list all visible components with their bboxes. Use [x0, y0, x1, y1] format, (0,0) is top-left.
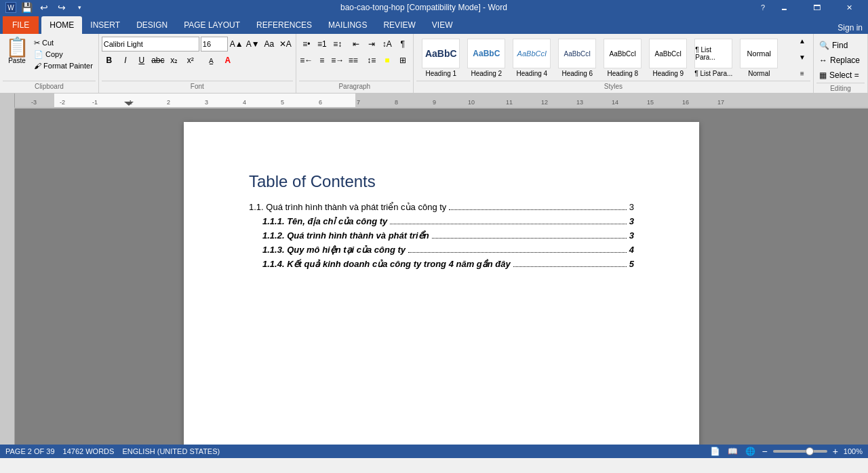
style-heading1[interactable]: AaBbC Heading 1 [419, 35, 463, 79]
font-name-input[interactable] [102, 37, 199, 52]
borders-btn[interactable]: ⊞ [395, 53, 410, 68]
select-button[interactable]: ▦ Select = [816, 69, 862, 81]
align-right-btn[interactable]: ≡→ [330, 53, 345, 68]
toc-entry-4-text: 1.1.3. Quy mô hiện tại của công ty [262, 245, 406, 255]
style-heading8[interactable]: AaBbCcI Heading 8 [601, 35, 645, 79]
toc-entry-5-page: 5 [629, 259, 634, 269]
gallery-more-btn[interactable]: ≡ [797, 66, 808, 80]
svg-text:16: 16 [682, 99, 689, 106]
toc-entry-2-text: 1.1.1. Tên, địa chỉ của công ty [262, 216, 387, 226]
align-center-btn[interactable]: ≡ [315, 53, 330, 68]
style-heading2-preview: AaBbC [467, 39, 505, 68]
web-view-btn[interactable]: 🌐 [744, 445, 756, 457]
tab-home[interactable]: HOME [41, 16, 82, 34]
copy-button[interactable]: 📄 Copy [31, 49, 96, 60]
cut-button[interactable]: ✂ Cut [31, 38, 96, 48]
layout-view-btn[interactable]: 📄 [709, 445, 721, 457]
word-icon: W [5, 2, 16, 13]
style-heading9[interactable]: AaBbCcI Heading 9 [646, 35, 690, 79]
zoom-slider[interactable] [773, 450, 827, 453]
superscript-btn[interactable]: x² [183, 53, 198, 68]
close-btn[interactable]: ✕ [835, 0, 863, 15]
paste-button[interactable]: 📋 Paste [3, 37, 31, 66]
sort-btn[interactable]: ↕A [380, 37, 395, 52]
style-normal-preview: Normal [740, 39, 778, 68]
ruler-area: -3 -2 -1 1 2 3 4 5 6 7 8 9 10 11 12 13 1… [0, 94, 868, 108]
numbering-btn[interactable]: ≡1 [315, 37, 330, 52]
gallery-scroll-down-btn[interactable]: ▼ [797, 50, 808, 65]
style-heading4-label: Heading 4 [517, 70, 548, 77]
format-painter-button[interactable]: 🖌 Format Painter [31, 61, 96, 70]
line-spacing-btn[interactable]: ↕≡ [364, 53, 379, 68]
document-area[interactable]: Table of Contents 1.1. Quá trình hình th… [15, 108, 868, 445]
style-list-para-preview: ¶ List Para... [694, 39, 732, 68]
tab-mailings[interactable]: MAILINGS [320, 16, 375, 34]
sign-in-btn[interactable]: Sign in [832, 22, 868, 34]
tab-review[interactable]: REVIEW [375, 16, 423, 34]
maximize-btn[interactable]: 🗖 [803, 0, 830, 15]
tab-file[interactable]: FILE [3, 16, 39, 34]
subscript-btn[interactable]: x₂ [167, 53, 182, 68]
increase-indent-btn[interactable]: ⇥ [364, 37, 379, 52]
shading-btn[interactable]: ■ [380, 53, 395, 68]
svg-text:-2: -2 [60, 99, 65, 106]
gallery-scroll-up-btn[interactable]: ▲ [797, 35, 808, 49]
style-heading8-label: Heading 8 [608, 70, 639, 77]
multilevel-btn[interactable]: ≡↕ [330, 37, 345, 52]
italic-button[interactable]: I [118, 53, 133, 68]
quick-redo-btn[interactable]: ↪ [54, 1, 69, 14]
find-button[interactable]: 🔍 Find [816, 39, 850, 52]
increase-font-btn[interactable]: A▲ [229, 37, 244, 52]
change-case-btn[interactable]: Aa [262, 37, 277, 52]
document-page[interactable]: Table of Contents 1.1. Quá trình hình th… [184, 122, 699, 445]
read-view-btn[interactable]: 📖 [726, 445, 738, 457]
svg-text:15: 15 [647, 99, 654, 106]
style-heading4[interactable]: AaBbCcI Heading 4 [510, 35, 554, 79]
clear-format-btn[interactable]: ✕A [278, 37, 293, 52]
font-row1: A▲ A▼ Aa ✕A [102, 37, 293, 52]
decrease-indent-btn[interactable]: ⇤ [349, 37, 363, 52]
zoom-out-btn[interactable]: − [762, 446, 767, 457]
status-bar: PAGE 2 OF 39 14762 WORDS ENGLISH (UNITED… [0, 445, 868, 458]
show-formatting-btn[interactable]: ¶ [395, 37, 410, 52]
tab-page-layout[interactable]: PAGE LAYOUT [176, 16, 248, 34]
strikethrough-btn[interactable]: abc [151, 53, 165, 68]
replace-button[interactable]: ↔ Replace [816, 54, 863, 66]
minimize-btn[interactable]: 🗕 [770, 0, 797, 15]
decrease-font-btn[interactable]: A▼ [245, 37, 260, 52]
text-highlight-btn[interactable]: A̲ [204, 53, 219, 68]
toc-entry-1-text: 1.1. Quá trình hình thành và phát triển … [249, 202, 446, 212]
group-font: A▲ A▼ Aa ✕A B I U abc x₂ x² A̲ A Font [99, 34, 296, 93]
bold-button[interactable]: B [102, 53, 117, 68]
svg-text:17: 17 [717, 99, 724, 106]
group-paragraph: ≡• ≡1 ≡↕ ⇤ ⇥ ↕A ¶ ≡← ≡ ≡→ ≡≡ ↕≡ ■ ⊞ Para… [296, 34, 414, 93]
underline-button[interactable]: U [134, 53, 149, 68]
quick-undo-btn[interactable]: ↩ [37, 1, 52, 14]
style-heading6[interactable]: AaBbCcI Heading 6 [555, 35, 599, 79]
style-normal[interactable]: Normal Normal [737, 35, 781, 79]
zoom-in-btn[interactable]: + [833, 446, 838, 457]
align-left-btn[interactable]: ≡← [299, 53, 314, 68]
styles-label: Styles [416, 81, 810, 91]
style-list-para[interactable]: ¶ List Para... ¶ List Para... [692, 35, 736, 79]
quick-customize-btn[interactable]: ▾ [72, 1, 87, 14]
toc-entry-4: 1.1.3. Quy mô hiện tại của công ty 4 [262, 245, 634, 255]
quick-save-btn[interactable]: 💾 [19, 1, 34, 14]
font-size-input[interactable] [201, 37, 228, 52]
style-heading2[interactable]: AaBbC Heading 2 [465, 35, 509, 79]
toc-entry-3: 1.1.2. Quá trình hình thành và phát triể… [262, 230, 634, 241]
tab-view[interactable]: VIEW [424, 16, 461, 34]
help-btn[interactable]: ? [761, 3, 765, 12]
paste-label: Paste [8, 57, 26, 64]
tab-references[interactable]: REFERENCES [248, 16, 320, 34]
find-icon: 🔍 [819, 41, 829, 50]
find-label: Find [832, 41, 848, 50]
font-color-btn[interactable]: A [220, 53, 235, 68]
svg-text:8: 8 [395, 99, 398, 106]
justify-btn[interactable]: ≡≡ [346, 53, 361, 68]
svg-text:12: 12 [541, 99, 548, 106]
tab-insert[interactable]: INSERT [82, 16, 128, 34]
tab-design[interactable]: DESIGN [128, 16, 176, 34]
bullets-btn[interactable]: ≡• [299, 37, 314, 52]
toc-entry-5: 1.1.4. Kết quả kinh doanh của công ty tr… [262, 259, 634, 269]
